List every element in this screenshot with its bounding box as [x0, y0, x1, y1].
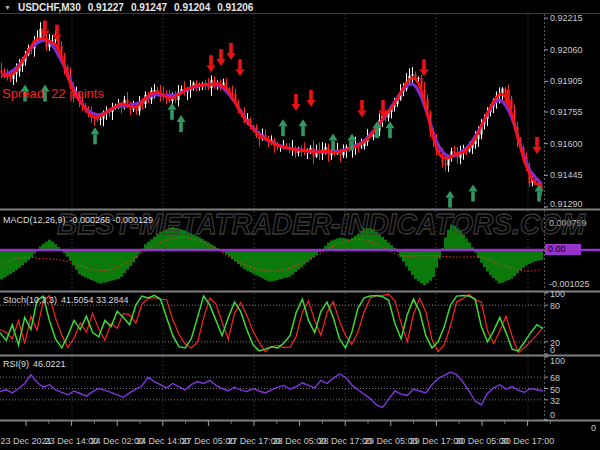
- stoch-name: Stoch(10,3,3): [3, 295, 57, 305]
- price-axis-label: 0.91600: [550, 139, 583, 149]
- symbol-dropdown-icon[interactable]: ▼: [4, 4, 11, 11]
- symbol-timeframe: USDCHF,M30: [18, 2, 81, 13]
- price-axis-label: 0.91290: [550, 199, 583, 209]
- chart-canvas[interactable]: [0, 0, 600, 450]
- stoch-values: 41.5054 33.2844: [61, 295, 129, 305]
- rsi-axis-label: 0: [550, 410, 555, 420]
- quote-low: 0.91204: [174, 2, 210, 13]
- quote-high: 0.91247: [131, 2, 167, 13]
- macd-axis-max: 0.000759: [549, 218, 587, 228]
- rsi-indicator-label: RSI(9)46.0221: [3, 359, 70, 369]
- rsi-axis-label: 100: [550, 356, 565, 366]
- macd-axis-min: -0.001025: [549, 279, 590, 289]
- price-axis-label: 0.91755: [550, 107, 583, 117]
- price-axis-label: 0.91905: [550, 76, 583, 86]
- price-axis-label: 0.91445: [550, 170, 583, 180]
- stoch-axis-label: 100: [550, 289, 565, 299]
- price-axis-label: 0.92060: [550, 45, 583, 55]
- chart-title-bar: ▼ USDCHF,M30 0.91227 0.91247 0.91204 0.9…: [0, 0, 600, 14]
- stoch-axis-label: 0: [550, 345, 555, 355]
- time-axis-label: 30 Dec 17:00: [501, 436, 555, 446]
- mt4-chart-window: ▼ USDCHF,M30 0.91227 0.91247 0.91204 0.9…: [0, 0, 600, 450]
- macd-zero-badge: 0.00: [545, 244, 581, 255]
- quote-close: 0.91206: [217, 2, 253, 13]
- quote-open: 0.91227: [88, 2, 124, 13]
- rsi-values: 46.0221: [33, 359, 66, 369]
- rsi-axis-label: 68: [550, 373, 560, 383]
- price-axis-label: 0.92215: [550, 13, 583, 23]
- macd-name: MACD(12,26,9): [3, 215, 66, 225]
- macd-indicator-label: MACD(12,26,9)-0.000266 -0.000129: [3, 215, 157, 225]
- time-axis-corner: 0: [591, 423, 596, 433]
- spread-label: Spread: 22 points: [2, 86, 104, 101]
- rsi-name: RSI(9): [3, 359, 29, 369]
- rsi-axis-label: 32: [550, 396, 560, 406]
- stoch-indicator-label: Stoch(10,3,3)41.5054 33.2844: [3, 295, 133, 305]
- macd-values: -0.000266 -0.000129: [70, 215, 154, 225]
- stoch-axis-label: 80: [550, 301, 560, 311]
- rsi-axis-label: 50: [550, 385, 560, 395]
